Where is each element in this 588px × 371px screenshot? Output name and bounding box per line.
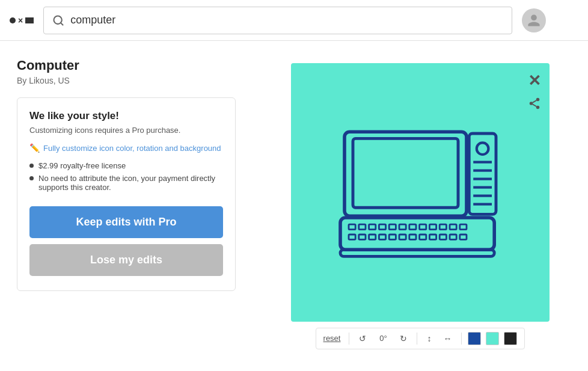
svg-rect-41 — [460, 235, 467, 239]
flip-horizontal-button[interactable]: ↔ — [439, 333, 455, 345]
svg-line-1 — [61, 22, 63, 25]
avatar-icon — [527, 13, 541, 28]
svg-point-2 — [536, 97, 540, 101]
search-input[interactable] — [70, 14, 503, 26]
pro-card-subtitle: Customizing icons requires a Pro purchas… — [29, 126, 223, 135]
close-button[interactable]: ✕ — [528, 72, 541, 90]
share-icon — [528, 97, 541, 110]
header: × — [0, 0, 588, 41]
svg-line-5 — [533, 104, 536, 106]
bullet-icon — [29, 164, 34, 168]
icon-author: By Likous, US — [17, 76, 236, 85]
svg-rect-35 — [399, 235, 406, 239]
svg-rect-19 — [359, 224, 366, 229]
main-content: Computer By Likous, US We like your styl… — [0, 41, 588, 371]
svg-rect-22 — [389, 224, 396, 229]
svg-rect-28 — [450, 224, 456, 229]
svg-rect-33 — [379, 235, 385, 239]
svg-rect-32 — [369, 235, 376, 239]
flip-vertical-button[interactable]: ↕ — [423, 333, 435, 345]
logo-rect — [25, 17, 34, 23]
logo-dot — [10, 17, 16, 23]
svg-rect-20 — [369, 224, 376, 229]
svg-point-3 — [530, 102, 533, 105]
rotation-value: 0° — [375, 334, 391, 343]
svg-rect-7 — [345, 132, 467, 216]
logo-x: × — [18, 16, 23, 25]
logo: × — [10, 16, 34, 25]
separator-1 — [349, 333, 349, 345]
svg-rect-34 — [389, 235, 396, 239]
svg-rect-37 — [420, 235, 426, 239]
reset-button[interactable]: reset — [323, 334, 341, 343]
svg-rect-8 — [353, 138, 458, 207]
icon-title: Computer — [17, 58, 236, 73]
feature-item-1: $2.99 royalty-free license — [29, 161, 223, 170]
svg-rect-21 — [379, 224, 385, 229]
svg-rect-27 — [439, 224, 446, 229]
pro-card: We like your style! Customizing icons re… — [17, 97, 236, 291]
search-icon — [52, 14, 64, 26]
svg-rect-18 — [349, 224, 355, 229]
svg-rect-26 — [429, 224, 436, 229]
color-swatch-black[interactable] — [504, 332, 517, 345]
svg-rect-36 — [409, 235, 416, 239]
computer-icon-preview — [336, 108, 504, 277]
avatar[interactable] — [522, 8, 546, 32]
left-panel: Computer By Likous, US We like your styl… — [0, 41, 253, 371]
svg-point-10 — [477, 143, 489, 155]
feature-item-2: No need to attribute the icon, your paym… — [29, 174, 223, 192]
search-bar[interactable] — [43, 7, 512, 34]
feature-text-2: No need to attribute the icon, your paym… — [38, 174, 223, 192]
feature-text-1: $2.99 royalty-free license — [38, 161, 126, 170]
pro-card-title: We like your style! — [29, 110, 223, 122]
pro-link-text: Fully customize icon color, rotation and… — [43, 144, 221, 153]
bullet-icon-2 — [29, 176, 34, 180]
share-button[interactable] — [528, 97, 541, 114]
separator-2 — [417, 333, 417, 345]
svg-rect-25 — [420, 224, 426, 229]
rotate-right-button[interactable]: ↻ — [396, 333, 411, 345]
svg-rect-31 — [359, 235, 366, 239]
svg-rect-29 — [460, 224, 467, 229]
lose-edits-button[interactable]: Lose my edits — [29, 244, 223, 276]
svg-rect-23 — [399, 224, 406, 229]
svg-rect-39 — [439, 235, 446, 239]
pro-customize-link[interactable]: ✏️ Fully customize icon color, rotation … — [29, 143, 223, 153]
separator-3 — [461, 333, 462, 345]
color-swatch-teal[interactable] — [486, 332, 499, 345]
keep-edits-button[interactable]: Keep edits with Pro — [29, 206, 223, 238]
svg-rect-24 — [409, 224, 416, 229]
icon-preview-area: ✕ — [291, 63, 550, 322]
preview-toolbar: reset ↺ 0° ↻ ↕ ↔ — [316, 328, 525, 349]
svg-rect-42 — [340, 250, 494, 256]
right-panel: ✕ — [253, 41, 588, 371]
rotate-left-button[interactable]: ↺ — [355, 333, 370, 345]
pencil-icon: ✏️ — [29, 143, 40, 153]
color-swatch-blue[interactable] — [468, 332, 481, 345]
svg-line-6 — [533, 100, 536, 102]
pro-features-list: $2.99 royalty-free license No need to at… — [29, 161, 223, 192]
svg-rect-30 — [349, 235, 355, 239]
svg-rect-38 — [429, 235, 436, 239]
svg-rect-40 — [450, 235, 456, 239]
svg-rect-9 — [469, 133, 496, 214]
svg-point-4 — [536, 105, 540, 109]
